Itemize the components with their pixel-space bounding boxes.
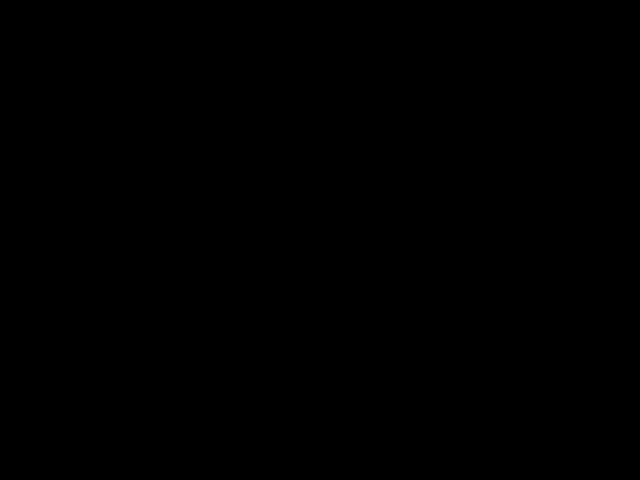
spectrogram-window <box>0 0 640 480</box>
spectrogram-plot <box>0 0 640 480</box>
y-axis-label <box>47 122 67 322</box>
